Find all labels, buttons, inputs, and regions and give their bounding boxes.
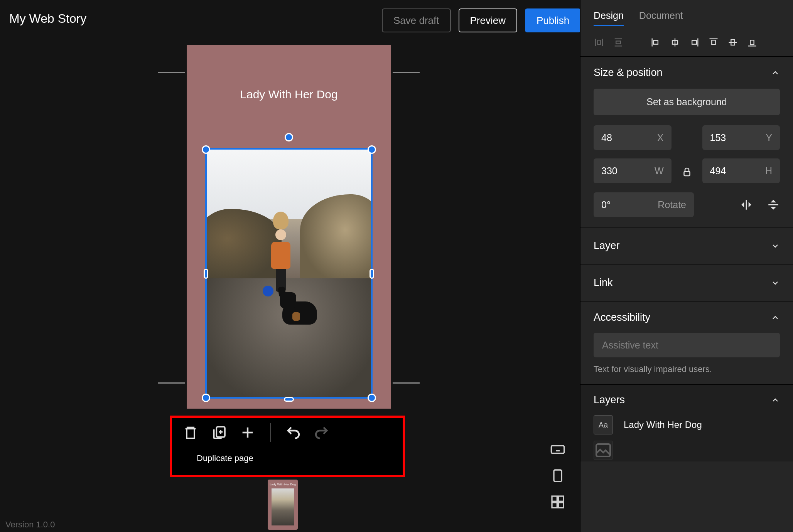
assistive-text-input[interactable] bbox=[594, 333, 780, 357]
resize-handle-top-right[interactable] bbox=[368, 145, 376, 154]
story-canvas[interactable]: Lady With Her Dog bbox=[187, 45, 391, 409]
chevron-down-icon bbox=[771, 241, 780, 251]
resize-handle-top-left[interactable] bbox=[202, 145, 210, 154]
size-position-header[interactable]: Size & position bbox=[594, 67, 780, 79]
link-section: Link bbox=[580, 264, 793, 301]
link-title: Link bbox=[594, 277, 613, 289]
resize-handle-bottom-right[interactable] bbox=[368, 394, 376, 402]
input-w-unit: W bbox=[655, 165, 664, 177]
thumbnail-label: Lady With Her Dog bbox=[268, 480, 298, 486]
layer-title: Layer bbox=[594, 240, 620, 252]
input-h[interactable]: 494 H bbox=[702, 158, 780, 183]
tab-design[interactable]: Design bbox=[594, 10, 624, 26]
flip-horizontal-icon[interactable] bbox=[740, 198, 753, 211]
align-center-vertical-icon[interactable] bbox=[727, 37, 738, 48]
resize-handle-left[interactable] bbox=[204, 269, 208, 279]
input-rotate-label: Rotate bbox=[658, 199, 686, 210]
tab-document[interactable]: Document bbox=[639, 10, 683, 26]
safe-zone-marker-right-bottom bbox=[393, 382, 420, 384]
layer-header[interactable]: Layer bbox=[594, 237, 780, 254]
align-bottom-icon[interactable] bbox=[747, 37, 758, 48]
align-left-icon[interactable] bbox=[650, 37, 661, 48]
lock-aspect-ratio-icon[interactable] bbox=[681, 166, 693, 178]
input-w[interactable]: 330 W bbox=[594, 158, 672, 183]
safe-zone-toggle[interactable] bbox=[550, 468, 565, 483]
size-position-title: Size & position bbox=[594, 67, 663, 79]
resize-handle-bottom-left[interactable] bbox=[202, 394, 210, 402]
selected-image-element[interactable] bbox=[205, 148, 373, 399]
distribute-horizontal-icon[interactable] bbox=[594, 37, 604, 48]
resize-handle-top[interactable] bbox=[285, 133, 293, 141]
input-y-unit: Y bbox=[766, 132, 772, 143]
input-x[interactable]: 48 X bbox=[594, 125, 672, 150]
thumbnail-image bbox=[272, 488, 294, 525]
input-w-value: 330 bbox=[601, 165, 618, 177]
layers-panel: Layers Aa Lady With Her Dog bbox=[580, 385, 793, 461]
publish-button[interactable]: Publish bbox=[525, 8, 581, 32]
svg-rect-5 bbox=[558, 496, 564, 501]
text-layer-icon: Aa bbox=[594, 415, 613, 434]
redo-button bbox=[314, 425, 329, 440]
preview-button[interactable]: Preview bbox=[459, 8, 517, 32]
position-grid: 48 X 153 Y 330 W 494 H bbox=[594, 125, 780, 183]
undo-button[interactable] bbox=[285, 425, 301, 440]
input-rotate[interactable]: 0° Rotate bbox=[594, 192, 694, 217]
header-actions: Save draft Preview Publish bbox=[382, 8, 581, 32]
layers-list: Aa Lady With Her Dog bbox=[594, 414, 780, 461]
svg-rect-7 bbox=[558, 503, 564, 508]
input-h-unit: H bbox=[765, 165, 772, 177]
chevron-up-icon bbox=[771, 313, 780, 322]
svg-rect-16 bbox=[684, 172, 690, 176]
resize-handle-bottom[interactable] bbox=[284, 397, 294, 402]
svg-rect-12 bbox=[692, 40, 697, 44]
save-draft-button: Save draft bbox=[382, 8, 451, 32]
layer-row-text[interactable]: Aa Lady With Her Dog bbox=[594, 414, 780, 436]
svg-rect-9 bbox=[616, 41, 621, 44]
accessibility-title: Accessibility bbox=[594, 311, 650, 323]
grid-view-toggle[interactable] bbox=[550, 494, 565, 510]
input-y-value: 153 bbox=[710, 132, 726, 143]
align-top-icon[interactable] bbox=[708, 37, 719, 48]
inspector-sidebar: Design Document bbox=[580, 0, 793, 532]
flip-vertical-icon[interactable] bbox=[767, 198, 780, 211]
alignment-divider bbox=[637, 36, 637, 49]
svg-rect-15 bbox=[750, 40, 754, 45]
layer-row-label: Lady With Her Dog bbox=[624, 419, 702, 430]
align-center-horizontal-icon[interactable] bbox=[670, 37, 680, 48]
canvas-heading-text[interactable]: Lady With Her Dog bbox=[187, 88, 391, 101]
safe-zone-marker-left-bottom bbox=[158, 382, 185, 384]
accessibility-header[interactable]: Accessibility bbox=[594, 311, 780, 323]
distribute-vertical-icon[interactable] bbox=[613, 37, 624, 48]
layer-section: Layer bbox=[580, 227, 793, 264]
input-x-value: 48 bbox=[601, 132, 612, 143]
image-placeholder-scene bbox=[207, 150, 371, 397]
align-right-icon[interactable] bbox=[689, 37, 700, 48]
resize-handle-right[interactable] bbox=[370, 269, 374, 279]
inspector-tabs: Design Document bbox=[580, 0, 793, 34]
svg-rect-4 bbox=[552, 496, 557, 501]
input-y[interactable]: 153 Y bbox=[702, 125, 780, 150]
add-page-button[interactable] bbox=[240, 425, 255, 440]
keyboard-shortcuts-button[interactable] bbox=[550, 442, 565, 457]
page-thumbnail[interactable]: Lady With Her Dog bbox=[268, 480, 298, 530]
image-layer-icon bbox=[594, 441, 613, 460]
link-header[interactable]: Link bbox=[594, 274, 780, 291]
layers-header[interactable]: Layers bbox=[594, 394, 780, 406]
page-toolbar bbox=[183, 423, 329, 442]
chevron-up-icon bbox=[771, 396, 780, 405]
chevron-down-icon bbox=[771, 278, 780, 288]
safe-zone-marker-right bbox=[393, 72, 420, 73]
chevron-up-icon bbox=[771, 68, 780, 77]
delete-page-button[interactable] bbox=[183, 425, 198, 440]
duplicate-page-tooltip: Duplicate page bbox=[190, 450, 260, 467]
layer-row-image[interactable] bbox=[594, 439, 780, 461]
duplicate-page-button[interactable] bbox=[211, 425, 227, 440]
set-as-background-button[interactable]: Set as background bbox=[594, 89, 780, 115]
svg-rect-0 bbox=[187, 429, 194, 438]
layers-title: Layers bbox=[594, 394, 625, 406]
input-rotate-value: 0° bbox=[601, 199, 611, 210]
svg-rect-3 bbox=[554, 470, 562, 481]
story-title[interactable]: My Web Story bbox=[9, 12, 86, 26]
size-position-section: Size & position Set as background 48 X 1… bbox=[580, 57, 793, 227]
safe-zone-marker-left bbox=[158, 72, 185, 73]
